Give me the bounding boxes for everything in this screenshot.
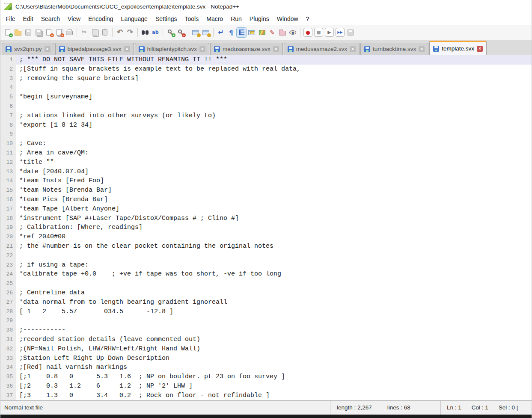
folder-as-workspace-icon[interactable]	[278, 28, 287, 37]
copy-icon[interactable]	[90, 28, 99, 37]
tab-close-icon[interactable]: ×	[419, 46, 425, 52]
open-file-icon[interactable]	[13, 28, 23, 37]
code-line[interactable]: 19; Calibration: [Where, readings]	[0, 223, 532, 232]
menu-search[interactable]: Search	[37, 14, 64, 24]
menu-help[interactable]: ?	[302, 14, 313, 24]
code-text: *calibrate tape +0.0 ; +ve if tape was t…	[16, 270, 532, 279]
menu-run[interactable]: Run	[227, 14, 246, 24]
tab-medusasmaze2.svx[interactable]: medusasmaze2.svx×	[284, 43, 360, 55]
menu-language[interactable]: Language	[117, 14, 152, 24]
tab-label: hiltiaplentypitch.svx	[147, 46, 197, 52]
tab-bipedalpassage3.svx[interactable]: bipedalpassage3.svx×	[55, 43, 134, 55]
code-line[interactable]: 15*team Notes [Brenda Bar]	[0, 186, 532, 195]
code-line[interactable]: 9	[0, 130, 532, 139]
menu-plugins[interactable]: Plugins	[246, 14, 273, 24]
tab-hiltiaplentypitch.svx[interactable]: hiltiaplentypitch.svx×	[135, 43, 209, 55]
tab-close-icon[interactable]: ×	[45, 46, 51, 52]
code-line[interactable]: 8*export [1 8 12 34]	[0, 121, 532, 130]
zoom-out-icon[interactable]: −	[176, 28, 185, 37]
code-line[interactable]: 5*begin [surveyname]	[0, 92, 532, 102]
menu-file[interactable]: File	[2, 14, 19, 24]
menu-macro[interactable]: Macro	[202, 14, 227, 24]
tab-close-icon[interactable]: ×	[477, 46, 483, 52]
code-line[interactable]: 14*team Insts [Fred Foo]	[0, 176, 532, 186]
code-line[interactable]: 22	[0, 251, 532, 261]
code-line[interactable]: 21; the #number is on the clear pocket c…	[0, 242, 532, 251]
code-line[interactable]: 10; Cave:	[0, 139, 532, 148]
code-line[interactable]: 30;-----------	[0, 326, 532, 335]
monitoring-eye-icon[interactable]	[288, 28, 297, 37]
code-line[interactable]: 31;recorded station details (leave comme…	[0, 335, 532, 344]
find-icon[interactable]	[140, 28, 150, 37]
code-line[interactable]: 37[;3 1.3 0 3.4 0.2 ; Rock on floor - no…	[0, 391, 532, 400]
notepadpp-window: C:\Users\BlasterMob\Documents\CUCC_expo\…	[0, 0, 532, 418]
macro-play-icon[interactable]: ▶	[325, 28, 333, 36]
tab-medusasmaze.svx[interactable]: medusasmaze.svx×	[210, 43, 283, 55]
code-line[interactable]: 35[;1 0.8 0 5.3 1.6 ; NP on boulder. pt …	[0, 372, 532, 382]
tab-close-icon[interactable]: ×	[350, 46, 356, 52]
menu-window[interactable]: Window	[273, 14, 302, 24]
menu-settings[interactable]: Settings	[152, 14, 181, 24]
sync-vertical-scrolling-icon[interactable]	[191, 28, 200, 37]
plugin-pen-icon[interactable]: ✎	[267, 28, 277, 37]
cut-icon[interactable]: ✂	[80, 28, 89, 37]
code-line[interactable]: 20*ref 2040#00	[0, 232, 532, 242]
code-line[interactable]: 29	[0, 316, 532, 326]
sync-horizontal-scrolling-icon[interactable]	[201, 28, 211, 37]
code-line[interactable]: 12*title ""	[0, 158, 532, 167]
document-map-icon[interactable]	[257, 28, 267, 37]
tab-close-icon[interactable]: ×	[199, 46, 205, 52]
redo-icon[interactable]: ↷	[125, 28, 135, 37]
code-line[interactable]: 28[ 1 2 5.57 034.5 -12.8 ]	[0, 307, 532, 317]
code-line[interactable]: 13*date [2040.07.04]	[0, 167, 532, 177]
code-line[interactable]: 24*calibrate tape +0.0 ; +ve if tape was…	[0, 270, 532, 279]
code-line[interactable]: 7; stations linked into other surveys (o…	[0, 111, 532, 121]
code-line[interactable]: 17*team Tape [Albert Anyone]	[0, 205, 532, 214]
code-line[interactable]: 36[;2 0.3 1.2 6 1.2 ; NP '2' LHW ]	[0, 382, 532, 391]
tab-close-icon[interactable]: ×	[273, 46, 279, 52]
code-line[interactable]: 33;Station Left Right Up Down Descriptio…	[0, 354, 532, 363]
editor-text-area[interactable]: 1; *** DO NOT SAVE THIS FILE WITHOUT REN…	[0, 55, 532, 400]
macro-record-icon[interactable]: ●	[304, 28, 312, 36]
zoom-in-icon[interactable]: +	[166, 28, 175, 37]
undo-icon[interactable]: ↶	[115, 28, 125, 37]
code-line[interactable]: 3; removing the square brackets]	[0, 74, 532, 83]
code-line[interactable]: 34;[Red] nail varnish markings	[0, 363, 532, 372]
indent-guide-icon[interactable]	[237, 28, 246, 37]
code-line[interactable]: 18*instrument [SAP #+Laser Tape/DistoX/C…	[0, 214, 532, 223]
menu-encoding[interactable]: Encoding	[84, 14, 117, 24]
word-wrap-icon[interactable]: ↵	[216, 28, 226, 37]
save-icon[interactable]	[24, 28, 33, 37]
code-line[interactable]: 25	[0, 279, 532, 288]
code-line[interactable]: 11; Area in cave/QM:	[0, 148, 532, 158]
code-line[interactable]: 4	[0, 83, 532, 92]
macro-save-icon[interactable]	[346, 28, 355, 37]
close-all-icon[interactable]: ×	[54, 28, 64, 37]
new-file-icon[interactable]: +	[3, 28, 12, 37]
show-all-characters-icon[interactable]: ¶	[226, 28, 236, 37]
menu-edit[interactable]: Edit	[19, 14, 37, 24]
code-line[interactable]: 27*data normal from to length bearing gr…	[0, 298, 532, 307]
print-icon[interactable]	[65, 28, 74, 37]
save-all-icon[interactable]	[34, 28, 43, 37]
line-number: 16	[0, 195, 16, 205]
code-line[interactable]: 6	[0, 102, 532, 111]
tab-template.svx[interactable]: template.svx×	[429, 41, 487, 55]
code-line[interactable]: 32;(NP=Nail Polish, LHW/RHW=Left/Right H…	[0, 344, 532, 354]
replace-icon[interactable]: ab	[151, 28, 160, 37]
menu-view[interactable]: View	[64, 14, 84, 24]
macro-stop-icon[interactable]: ■	[315, 28, 323, 36]
tab-svx2qm.py[interactable]: svx2qm.py×	[2, 43, 54, 55]
macro-run-multiple-icon[interactable]: ▶▶	[336, 28, 344, 36]
tab-turnbacktime.svx[interactable]: turnbacktime.svx×	[360, 43, 428, 55]
code-line[interactable]: 26; Centreline data	[0, 288, 532, 298]
code-line[interactable]: 1; *** DO NOT SAVE THIS FILE WITHOUT REN…	[0, 55, 532, 65]
paste-icon[interactable]	[100, 28, 110, 37]
code-line[interactable]: 23; if using a tape:	[0, 261, 532, 270]
menu-tools[interactable]: Tools	[181, 14, 203, 24]
code-line[interactable]: 16*team Pics [Brenda Bar]	[0, 195, 532, 205]
function-list-icon[interactable]	[247, 28, 256, 37]
code-line[interactable]: 2;[Stuff in square brackets is example t…	[0, 65, 532, 74]
tab-close-icon[interactable]: ×	[124, 46, 130, 52]
close-icon[interactable]: ×	[44, 28, 53, 37]
